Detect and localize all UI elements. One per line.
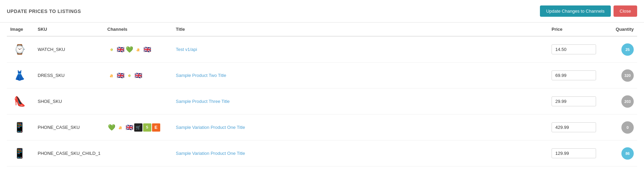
- uk-flag-channel-icon: 🇬🇧: [134, 71, 142, 80]
- product-image-cell: ⌚: [7, 36, 34, 63]
- table-row: 👠 SHOE_SKU Sample Product Three Title 20…: [7, 89, 637, 115]
- product-channels-cell: [104, 140, 173, 166]
- col-header-quantity: Quantity: [603, 23, 637, 36]
- ebay-channel-icon: e: [108, 45, 116, 54]
- product-price-cell: [548, 140, 603, 166]
- table-row: 📱 PHONE_CASE_SKU_CHILD_1 Sample Variatio…: [7, 140, 637, 166]
- product-sku: SHOE_SKU: [38, 99, 62, 104]
- channel-icons-group: 💚a🇬🇧🛒SE: [108, 123, 169, 132]
- product-image: 📱: [10, 118, 29, 137]
- product-title-link[interactable]: Sample Product Three Title: [176, 99, 230, 104]
- product-image-cell: 👗: [7, 63, 34, 89]
- product-image-cell: 👠: [7, 89, 34, 115]
- col-header-price: Price: [548, 23, 603, 36]
- product-sku: WATCH_SKU: [38, 47, 65, 52]
- price-input[interactable]: [552, 122, 596, 132]
- product-title-cell: Sample Variation Product One Title: [173, 140, 548, 166]
- table-row: ⌚ WATCH_SKU e🇬🇧💚a🇬🇧 Test v1/api 25: [7, 36, 637, 63]
- product-title-link[interactable]: Sample Variation Product One Title: [176, 151, 245, 156]
- shopify-channel-icon: S: [143, 123, 151, 132]
- products-table: Image SKU Channels Title Price Quantity …: [7, 23, 637, 166]
- quantity-badge: 203: [621, 95, 634, 108]
- product-sku: PHONE_CASE_SKU: [38, 125, 80, 130]
- uk-flag-channel-icon: 🇬🇧: [116, 45, 125, 54]
- header-actions: Update Changes to Channels Close: [540, 5, 637, 17]
- col-header-sku: SKU: [34, 23, 104, 36]
- uk-flag-channel-icon: 🇬🇧: [116, 71, 125, 80]
- col-header-title: Title: [173, 23, 548, 36]
- product-title-cell: Sample Product Three Title: [173, 89, 548, 115]
- col-header-channels: Channels: [104, 23, 173, 36]
- product-quantity-cell: 203: [603, 89, 637, 115]
- update-changes-button[interactable]: Update Changes to Channels: [540, 5, 611, 17]
- product-image: 👠: [10, 92, 29, 111]
- product-title-link[interactable]: Sample Product Two Title: [176, 73, 226, 78]
- product-sku: DRESS_SKU: [38, 73, 65, 78]
- product-title-link[interactable]: Sample Variation Product One Title: [176, 125, 245, 130]
- product-image: 📱: [10, 144, 29, 163]
- table-header: Image SKU Channels Title Price Quantity: [7, 23, 637, 36]
- quantity-badge: 86: [621, 147, 634, 160]
- product-sku-cell: SHOE_SKU: [34, 89, 104, 115]
- amazon-channel-icon: a: [108, 71, 116, 80]
- product-quantity-cell: 320: [603, 63, 637, 89]
- product-channels-cell: a🇬🇧e🇬🇧: [104, 63, 173, 89]
- quantity-badge: 25: [621, 43, 634, 56]
- green-heart-channel-icon: 💚: [125, 45, 134, 54]
- product-price-cell: [548, 63, 603, 89]
- product-image: ⌚: [10, 40, 29, 59]
- product-sku-cell: PHONE_CASE_SKU: [34, 115, 104, 140]
- ebay-channel-icon: e: [125, 71, 134, 80]
- product-price-cell: [548, 89, 603, 115]
- table-row: 👗 DRESS_SKU a🇬🇧e🇬🇧 Sample Product Two Ti…: [7, 63, 637, 89]
- quantity-badge: 320: [621, 69, 634, 82]
- product-image-cell: 📱: [7, 115, 34, 140]
- table-body: ⌚ WATCH_SKU e🇬🇧💚a🇬🇧 Test v1/api 25 👗: [7, 36, 637, 166]
- product-quantity-cell: 86: [603, 140, 637, 166]
- close-button[interactable]: Close: [614, 5, 637, 17]
- product-title-link[interactable]: Test v1/api: [176, 47, 197, 52]
- etsy-channel-icon: E: [152, 123, 160, 132]
- product-quantity-cell: 25: [603, 36, 637, 63]
- channel-icons-group: a🇬🇧e🇬🇧: [108, 71, 169, 80]
- price-input[interactable]: [552, 96, 596, 106]
- product-channels-cell: e🇬🇧💚a🇬🇧: [104, 36, 173, 63]
- page-title: UPDATE PRICES TO LISTINGS: [7, 9, 81, 14]
- page-header: UPDATE PRICES TO LISTINGS Update Changes…: [0, 0, 644, 23]
- product-sku-cell: PHONE_CASE_SKU_CHILD_1: [34, 140, 104, 166]
- quantity-badge: 0: [621, 121, 634, 134]
- product-quantity-cell: 0: [603, 115, 637, 140]
- price-input[interactable]: [552, 44, 596, 54]
- amazon-channel-icon: a: [116, 123, 125, 132]
- cart-channel-icon: 🛒: [134, 123, 142, 132]
- table-row: 📱 PHONE_CASE_SKU 💚a🇬🇧🛒SE Sample Variatio…: [7, 115, 637, 140]
- product-channels-cell: 💚a🇬🇧🛒SE: [104, 115, 173, 140]
- product-title-cell: Test v1/api: [173, 36, 548, 63]
- price-input[interactable]: [552, 148, 596, 158]
- product-price-cell: [548, 115, 603, 140]
- table-wrapper: Image SKU Channels Title Price Quantity …: [0, 23, 644, 166]
- product-price-cell: [548, 36, 603, 63]
- product-image: 👗: [10, 66, 29, 85]
- product-channels-cell: [104, 89, 173, 115]
- product-sku: PHONE_CASE_SKU_CHILD_1: [38, 151, 101, 156]
- price-input[interactable]: [552, 70, 596, 80]
- product-image-cell: 📱: [7, 140, 34, 166]
- uk-flag-channel-icon: 🇬🇧: [143, 45, 151, 54]
- amazon-channel-icon: a: [134, 45, 142, 54]
- uk-flag-channel-icon: 🇬🇧: [125, 123, 134, 132]
- col-header-image: Image: [7, 23, 34, 36]
- product-title-cell: Sample Variation Product One Title: [173, 115, 548, 140]
- green-heart-channel-icon: 💚: [108, 123, 116, 132]
- product-sku-cell: WATCH_SKU: [34, 36, 104, 63]
- product-title-cell: Sample Product Two Title: [173, 63, 548, 89]
- product-sku-cell: DRESS_SKU: [34, 63, 104, 89]
- channel-icons-group: e🇬🇧💚a🇬🇧: [108, 45, 169, 54]
